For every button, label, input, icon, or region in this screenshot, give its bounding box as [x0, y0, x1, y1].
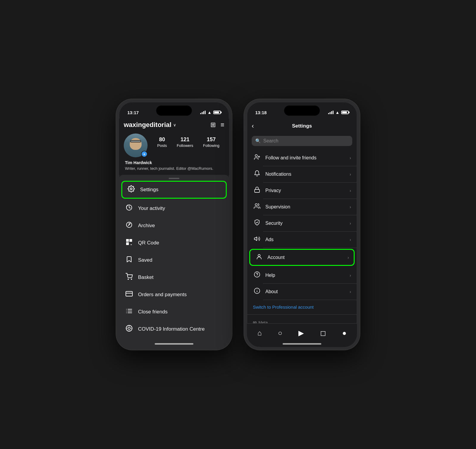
privacy-chevron: › [350, 188, 351, 193]
follow-chevron: › [350, 156, 351, 160]
settings-item-privacy[interactable]: Privacy › [247, 182, 357, 199]
add-icon[interactable]: ⊞ [210, 121, 216, 129]
svg-rect-8 [127, 243, 128, 244]
privacy-label: Privacy [265, 188, 345, 193]
security-icon [253, 219, 261, 227]
avatar-add-button[interactable]: + [141, 151, 148, 157]
settings-item-supervision[interactable]: Supervision › [247, 199, 357, 215]
covid-label: COVID-19 Information Centre [138, 326, 205, 332]
profile-stats-row: + 80 Posts 121 Followers 157 [124, 134, 224, 157]
search-icon: 🔍 [255, 138, 261, 144]
ads-chevron: › [350, 237, 351, 242]
menu-item-archive[interactable]: Archive [119, 217, 229, 234]
notifications-icon [253, 170, 261, 178]
stat-followers[interactable]: 121 Followers [177, 136, 193, 148]
settings-item-ads[interactable]: Ads › [247, 231, 357, 248]
settings-item-notifications[interactable]: Notifications › [247, 166, 357, 182]
svg-rect-35 [255, 189, 260, 192]
security-chevron: › [350, 221, 351, 226]
dropdown-icon[interactable]: ∨ [173, 123, 176, 127]
stat-posts[interactable]: 80 Posts [157, 136, 167, 148]
avatar-container: + [124, 134, 148, 157]
menu-item-friends[interactable]: Close friends [119, 303, 229, 321]
profile-name: Tim Hardwick [124, 160, 224, 165]
svg-point-27 [128, 327, 130, 329]
menu-item-qrcode[interactable]: QR Code [119, 234, 229, 252]
orders-label: Orders and payments [138, 292, 187, 298]
privacy-icon [253, 186, 261, 194]
profile-bio: Writer, runner, tech journalist. Editor … [124, 166, 224, 171]
tab-shop-icon[interactable]: ◻ [318, 326, 328, 340]
posts-label: Posts [157, 143, 167, 148]
settings-item-help[interactable]: Help › [247, 267, 357, 283]
svg-point-0 [130, 188, 132, 190]
settings-title: Settings [292, 123, 312, 129]
settings-item-account[interactable]: Account › [249, 249, 355, 266]
settings-list: Follow and invite friends › Notification… [247, 150, 357, 347]
switch-professional[interactable]: Switch to Professional account [247, 300, 357, 314]
phone-2: 13:18 ↗ ▲ ‹ Settings 🔍 [244, 99, 360, 350]
menu-item-saved[interactable]: Saved [119, 252, 229, 269]
avatar-glasses [130, 140, 141, 142]
svg-point-17 [131, 279, 132, 280]
back-button[interactable]: ‹ [252, 121, 256, 131]
dynamic-island [156, 106, 192, 116]
help-label: Help [265, 273, 345, 278]
menu-item-orders[interactable]: Orders and payments [119, 286, 229, 303]
wifi-icon-1: ▲ [207, 110, 212, 115]
following-label: Following [203, 143, 220, 148]
settings-label: Settings [140, 187, 158, 193]
stats-container: 80 Posts 121 Followers 157 Following [152, 134, 224, 148]
friends-label: Close friends [138, 309, 167, 315]
tab-search-icon[interactable]: ○ [275, 326, 285, 340]
activity-icon [125, 204, 133, 213]
svg-point-32 [255, 155, 257, 157]
followers-label: Followers [177, 143, 193, 148]
settings-item-security[interactable]: Security › [247, 215, 357, 231]
help-chevron: › [350, 273, 351, 278]
about-icon [253, 288, 261, 296]
username-row: waxingeditorial ∨ [124, 121, 176, 129]
home-indicator-2 [283, 343, 321, 345]
stat-following[interactable]: 157 Following [203, 136, 220, 148]
settings-item-follow[interactable]: Follow and invite friends › [247, 150, 357, 166]
ads-icon [253, 236, 261, 244]
supervision-icon [253, 203, 261, 211]
sheet-handle [169, 178, 179, 179]
svg-point-36 [255, 204, 257, 206]
account-label: Account [267, 255, 343, 260]
header-icons: ⊞ ≡ [210, 121, 224, 129]
menu-item-covid[interactable]: COVID-19 Information Centre [119, 321, 229, 338]
settings-header: ‹ Settings [247, 119, 357, 135]
dynamic-island-2 [284, 106, 320, 116]
menu-item-settings[interactable]: Settings [121, 181, 227, 199]
home-indicator-1 [155, 343, 193, 345]
security-label: Security [265, 221, 345, 226]
status-icons-1: ▲ [200, 110, 221, 115]
account-chevron: › [347, 255, 349, 260]
about-label: About [265, 289, 345, 294]
menu-item-basket[interactable]: Basket [119, 269, 229, 286]
tab-reels-icon[interactable]: ▶ [296, 326, 306, 340]
follow-icon [253, 154, 261, 162]
menu-icon-header[interactable]: ≡ [220, 121, 224, 129]
activity-label: Your activity [138, 205, 165, 211]
menu-sheet: Settings Your activity [119, 175, 229, 347]
time-2: 13:18 [255, 110, 267, 115]
saved-icon [125, 256, 133, 265]
tab-home-icon[interactable]: ⌂ [255, 326, 264, 340]
basket-label: Basket [138, 274, 154, 280]
search-bar[interactable]: 🔍 Search [252, 136, 352, 146]
settings-item-about[interactable]: About › [247, 283, 357, 300]
svg-point-16 [128, 279, 129, 280]
menu-item-activity[interactable]: Your activity [119, 200, 229, 217]
qrcode-label: QR Code [138, 240, 159, 246]
avatar-face [130, 138, 142, 150]
about-chevron: › [350, 289, 351, 294]
qrcode-icon [125, 238, 133, 247]
svg-rect-7 [130, 240, 131, 241]
phones-container: 13:17 ↗ ▲ waxingeditorial ∨ [116, 99, 360, 350]
tab-profile-icon[interactable]: ● [340, 326, 349, 340]
signal-bars-2 [328, 111, 333, 114]
supervision-chevron: › [350, 205, 351, 209]
